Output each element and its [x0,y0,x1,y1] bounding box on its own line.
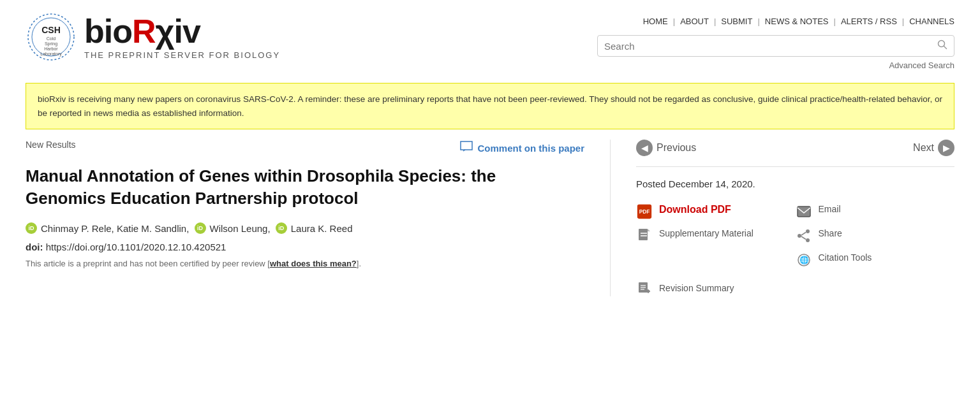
next-arrow-icon: ▶ [938,140,954,156]
svg-marker-13 [648,229,650,231]
svg-line-20 [801,236,806,240]
biorxiv-logo: bioRχiv THE PREPRINT SERVER FOR BIOLOGY [84,15,280,60]
search-input[interactable] [604,41,933,52]
sep2: | [714,17,716,26]
logo-section: CSH Cold Spring Harbor Laboratory bioRχi… [26,11,280,62]
svg-point-16 [806,229,810,233]
previous-arrow-icon: ◀ [636,140,653,156]
nav-submit[interactable]: SUBMIT [721,17,752,26]
next-label: Next [913,142,934,154]
preprint-text: This article is a preprint and has not b… [26,259,270,268]
orcid-icon-1: iD [26,222,37,234]
doi-link[interactable]: https://doi.org/10.1101/2020.12.10.42052… [46,242,226,252]
share-icon [796,228,812,244]
email-icon [796,203,812,220]
xiv-text: χiv [156,13,200,50]
share-label: Share [819,228,842,239]
svg-text:CSH: CSH [41,25,61,35]
share-item[interactable]: Share [796,228,955,244]
svg-text:PDF: PDF [639,208,650,215]
author-1: Chinmay P. Rele, Katie M. Sandlin, [41,223,192,234]
download-pdf-label: Download PDF [659,203,731,217]
nav-alerts[interactable]: ALERTS / RSS [841,17,897,26]
sep1: | [673,17,675,26]
previous-button[interactable]: ◀ Previous [636,140,696,156]
next-button[interactable]: Next ▶ [913,140,954,156]
nav-top: HOME | ABOUT | SUBMIT | NEWS & NOTES | A… [643,17,954,26]
previous-label: Previous [657,142,696,154]
svg-point-17 [798,234,801,238]
doi-line: doi: https://doi.org/10.1101/2020.12.10.… [26,242,584,252]
r-text: R [132,13,156,50]
comment-icon [459,140,473,156]
covid-banner: bioRxiv is receiving many new papers on … [26,83,954,129]
sep3: | [757,17,759,26]
svg-line-19 [801,233,806,236]
author-3: Laura K. Reed [291,223,353,234]
preprint-link[interactable]: what does this mean? [270,259,357,268]
biorxiv-name: bioRχiv [84,15,280,48]
sep4: | [834,17,836,26]
article-type: New Results [26,140,76,150]
banner-text: bioRxiv is receiving many new papers on … [38,94,942,118]
authors: iD Chinmay P. Rele, Katie M. Sandlin, iD… [26,222,584,234]
nav-section: HOME | ABOUT | SUBMIT | NEWS & NOTES | A… [597,11,954,70]
comment-label: Comment on this paper [477,143,584,154]
biorxiv-tagline: THE PREPRINT SERVER FOR BIOLOGY [84,50,280,60]
nav-channels[interactable]: CHANNELS [909,17,954,26]
nav-home[interactable]: HOME [643,17,668,26]
svg-text:Harbor: Harbor [44,47,58,51]
citation-icon: 🌐 [796,252,812,268]
preprint-note: This article is a preprint and has not b… [26,259,584,268]
search-area: Advanced Search [597,35,954,70]
revision-summary-label: Revision Summary [659,283,734,293]
svg-line-8 [944,47,947,49]
header: CSH Cold Spring Harbor Laboratory bioRχi… [0,0,980,76]
svg-rect-12 [639,229,648,240]
nav-about[interactable]: ABOUT [680,17,709,26]
supplementary-label: Supplementary Material [659,228,754,239]
actions-grid: PDF Download PDF Email [636,203,954,268]
revision-icon [636,280,653,296]
right-col: ◀ Previous Next ▶ Posted December 14, 20… [610,140,954,296]
svg-point-18 [806,238,810,242]
search-icon [937,40,947,52]
preprint-end: ]. [357,259,361,268]
revision-summary-item[interactable]: Revision Summary [636,280,954,296]
download-pdf-item[interactable]: PDF Download PDF [636,203,796,220]
svg-text:Cold: Cold [47,36,56,41]
doi-label: doi: [26,242,43,252]
svg-text:Laboratory: Laboratory [40,52,62,57]
email-label: Email [819,203,841,215]
supplementary-item[interactable]: Supplementary Material [636,228,796,244]
search-box[interactable] [597,35,954,57]
comment-button[interactable]: Comment on this paper [459,140,584,156]
citation-tools-item[interactable]: 🌐 Citation Tools [796,252,955,268]
author-2: Wilson Leung, [210,223,273,234]
advanced-search-link[interactable]: Advanced Search [889,61,954,70]
svg-text:🌐: 🌐 [799,255,808,264]
nav-arrows: ◀ Previous Next ▶ [636,140,954,167]
posted-date: Posted December 14, 2020. [636,178,954,189]
download-pdf-icon: PDF [636,203,653,220]
sep5: | [902,17,904,26]
orcid-icon-2: iD [195,222,206,234]
email-item[interactable]: Email [796,203,955,220]
main-content: New Results Comment on this paper Manual… [0,140,980,296]
svg-text:Spring: Spring [45,41,57,47]
svg-rect-11 [798,206,810,217]
bio-text: bio [84,13,132,50]
left-col: New Results Comment on this paper Manual… [26,140,610,296]
citation-tools-label: Citation Tools [819,252,872,263]
supplementary-icon [636,228,653,244]
csh-logo: CSH Cold Spring Harbor Laboratory [26,11,77,62]
orcid-icon-3: iD [276,222,287,234]
nav-news[interactable]: NEWS & NOTES [765,17,829,26]
article-title: Manual Annotation of Genes within Drosop… [26,165,574,210]
